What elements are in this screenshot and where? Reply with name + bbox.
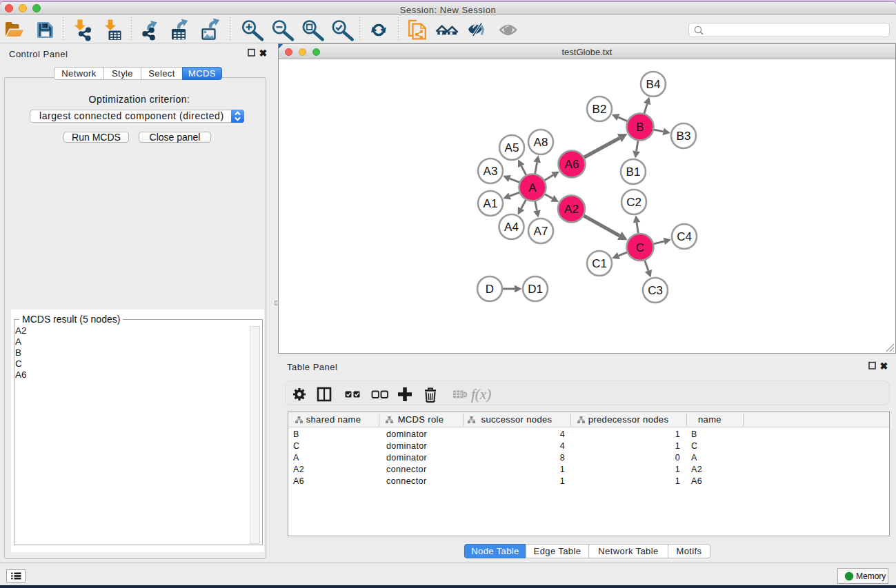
svg-text:C4: C4: [677, 230, 692, 243]
svg-text:A1: A1: [484, 197, 498, 210]
svg-text:A3: A3: [484, 165, 498, 178]
svg-text:A8: A8: [534, 136, 548, 149]
svg-text:f(x): f(x): [471, 386, 491, 403]
svg-text:A6: A6: [565, 158, 579, 171]
svg-text:✖: ✖: [259, 48, 268, 58]
svg-text:A: A: [528, 181, 537, 194]
svg-text:C: C: [636, 241, 644, 254]
svg-text:C1: C1: [592, 257, 607, 270]
svg-text:A2: A2: [564, 203, 579, 216]
svg-text:A5: A5: [505, 141, 519, 154]
svg-text:C2: C2: [626, 196, 641, 209]
svg-text:D1: D1: [528, 283, 543, 296]
svg-text:B: B: [636, 121, 644, 134]
svg-text:B3: B3: [677, 130, 691, 143]
svg-text:C3: C3: [648, 284, 663, 297]
svg-text:D: D: [486, 283, 494, 296]
svg-text:B2: B2: [593, 103, 607, 116]
svg-text:B1: B1: [626, 165, 641, 179]
svg-text:✖: ✖: [880, 361, 888, 371]
svg-text:B4: B4: [646, 78, 661, 91]
svg-text:A4: A4: [504, 221, 519, 234]
svg-text:A7: A7: [534, 225, 548, 238]
